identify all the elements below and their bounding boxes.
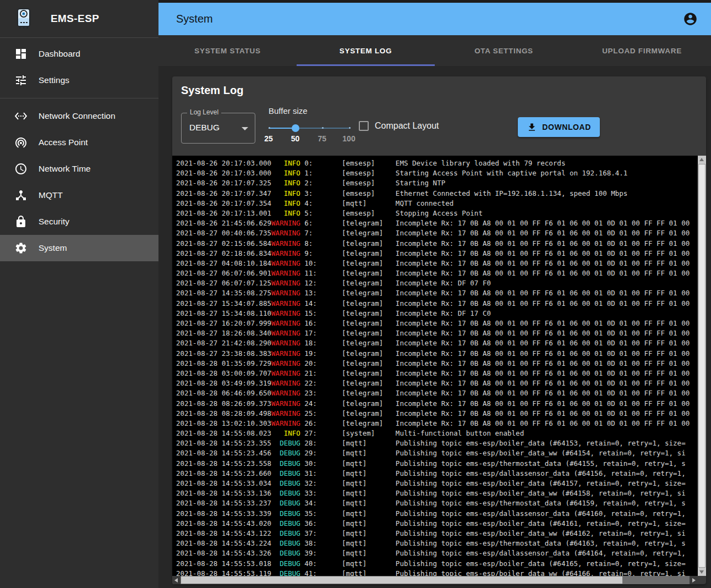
slider-thumb[interactable] [292,124,299,132]
sidebar-item-network-connection[interactable]: Network Connection [0,103,158,129]
card-header: System Log [172,76,706,99]
tab-system-status[interactable]: SYSTEM STATUS [158,35,297,66]
log-timestamp: 2021-08-27 16:20:07.999 [176,319,271,327]
log-line: 2021-08-27 02:15:06.584WARNING 8: [teleg… [176,239,698,249]
tab-ota-settings[interactable]: OTA SETTINGS [435,35,573,66]
tab-system-log[interactable]: SYSTEM LOG [297,35,435,66]
lock-icon [14,215,28,228]
log-level: WARNING [271,339,300,347]
slider-mark-label[interactable]: 50 [291,134,300,143]
log-level: INFO [271,179,300,187]
log-timestamp: 2021-08-28 14:55:43.326 [176,549,271,557]
log-level: DEBUG [271,449,300,457]
log-level-value: DEBUG [189,123,220,133]
log-line: 2021-08-26 20:17:07.325 INFO 2: [emsesp]… [176,178,698,188]
log-message: 30: [mqtt] Publishing topic ems-esp/ther… [300,459,686,468]
slider-mark-label[interactable]: 25 [264,134,273,143]
vertical-scroll-thumb[interactable] [698,164,705,568]
log-level: INFO [271,199,300,207]
scroll-up-arrow-icon[interactable] [699,158,704,161]
tab-upload-firmware[interactable]: UPLOAD FIRMWARE [573,35,711,66]
log-message: 12: [telegram] Incomplete Rx: DF 07 F0 [300,279,491,287]
vertical-scrollbar[interactable] [698,156,706,576]
sidebar-item-dashboard[interactable]: Dashboard [0,41,158,67]
compact-layout-label: Compact Layout [375,121,439,131]
slider-mark-label[interactable]: 100 [342,134,355,143]
log-level: WARNING [271,399,300,408]
log-timestamp: 2021-08-28 14:55:33.034 [176,479,271,487]
sidebar-item-network-time[interactable]: Network Time [0,156,158,182]
log-line: 2021-08-28 03:49:09.319WARNING 22: [tele… [176,378,698,388]
log-line: 2021-08-26 20:17:03.000 INFO 0: [emsesp]… [176,158,698,168]
log-timestamp: 2021-08-28 14:55:08.023 [176,429,271,437]
log-timestamp: 2021-08-26 20:17:03.000 [176,159,271,167]
sidebar-item-label: Dashboard [39,49,80,59]
log-level: WARNING [271,239,300,248]
account-circle-icon[interactable] [683,12,698,26]
slider-mark-label[interactable]: 75 [318,134,326,143]
sidebar-item-access-point[interactable]: Access Point [0,129,158,156]
log-message: 19: [telegram] Incomplete Rx: 17 0B A8 0… [300,349,690,358]
log-line: 2021-08-27 16:20:07.999WARNING 16: [tele… [176,318,698,328]
ethernet-icon [14,109,28,123]
log-message: 21: [telegram] Incomplete Rx: 17 0B A8 0… [300,369,690,377]
sidebar-item-settings[interactable]: Settings [0,67,158,94]
log-line: 2021-08-28 14:55:43.122 DEBUG 37: [mqtt]… [176,529,698,538]
sidebar-item-label: Network Connection [39,111,116,121]
horizontal-scrollbar[interactable] [172,576,698,584]
log-line: 2021-08-27 15:34:07.885WARNING 14: [tele… [176,299,698,309]
log-timestamp: 2021-08-27 14:35:08.275 [176,289,271,297]
sidebar-item-mqtt[interactable]: MQTT [0,182,158,208]
sidebar-header: EMS-ESP [0,0,158,38]
sidebar-item-label: Settings [39,75,69,85]
log-level: WARNING [271,369,300,377]
log-message: 32: [mqtt] Publishing topic ems-esp/boil… [300,479,686,487]
sidebar-item-system[interactable]: System [0,235,158,261]
app-title: EMS-ESP [51,13,99,25]
horizontal-scroll-thumb[interactable] [181,576,622,584]
log-line: 2021-08-28 14:55:33.034 DEBUG 32: [mqtt]… [176,479,698,488]
sidebar-item-label: MQTT [39,190,63,200]
log-timestamp: 2021-08-26 20:17:13.001 [176,209,271,217]
checkbox-box[interactable] [359,121,369,131]
log-message: 36: [mqtt] Publishing topic ems-esp/boil… [300,519,686,527]
log-timestamp: 2021-08-28 03:00:09.707 [176,369,271,377]
log-line: 2021-08-26 20:17:07.347 INFO 3: [emsesp]… [176,189,698,199]
chevron-down-icon [242,127,248,130]
log-timestamp: 2021-08-26 21:45:06.629 [176,219,271,227]
log-line: 2021-08-27 06:07:06.901WARNING 11: [tele… [176,268,698,278]
log-timestamp: 2021-08-27 15:34:08.110 [176,309,271,317]
sidebar: EMS-ESP DashboardSettingsNetwork Connect… [0,0,158,588]
log-level: DEBUG [271,439,300,447]
slider-mark-labels: 25 50 75 100 [269,134,349,143]
log-line: 2021-08-28 03:00:09.707WARNING 21: [tele… [176,369,698,378]
log-timestamp: 2021-08-28 03:49:09.319 [176,379,271,387]
log-message: 38: [mqtt] Publishing topic ems-esp/ther… [300,539,686,547]
log-level-select[interactable]: Log Level DEBUG [181,113,255,144]
buffer-size-label: Buffer size [269,106,349,116]
buffer-size-group: Buffer size 25 50 [269,106,349,143]
log-line: 2021-08-28 14:55:23.660 DEBUG 31: [mqtt]… [176,469,698,479]
sidebar-item-security[interactable]: Security [0,208,158,235]
scroll-left-arrow-icon[interactable] [172,576,181,584]
log-timestamp: 2021-08-28 08:26:09.373 [176,399,271,408]
log-level: WARNING [271,319,300,327]
log-timestamp: 2021-08-28 08:28:09.498 [176,409,271,417]
log-line: 2021-08-27 23:38:08.383WARNING 19: [tele… [176,349,698,359]
log-message: 33: [mqtt] Publishing topic ems-esp/boil… [300,489,686,497]
scroll-right-arrow-icon[interactable] [690,576,698,584]
tab-label: UPLOAD FIRMWARE [602,47,682,55]
log-timestamp: 2021-08-26 20:17:07.347 [176,189,271,197]
buffer-size-slider[interactable] [269,128,349,129]
log-message: 26: [telegram] Incomplete Rx: 17 0B A8 0… [300,419,690,427]
log-line: 2021-08-28 08:28:09.498WARNING 25: [tele… [176,409,698,419]
scroll-down-arrow-icon[interactable] [699,570,704,574]
compact-layout-checkbox[interactable]: Compact Layout [359,121,439,131]
tab-label: OTA SETTINGS [474,47,533,55]
tab-indicator [297,64,435,66]
log-message: 17: [telegram] Incomplete Rx: 17 0B A8 0… [300,329,690,337]
download-button[interactable]: DOWNLOAD [518,117,600,137]
log-message: 27: [system] Multi-functional button ena… [300,429,524,437]
log-line: 2021-08-28 14:55:33.237 DEBUG 34: [mqtt]… [176,498,698,508]
log-message: 3: [emsesp] Ethernet Connected with IP=1… [300,189,628,197]
